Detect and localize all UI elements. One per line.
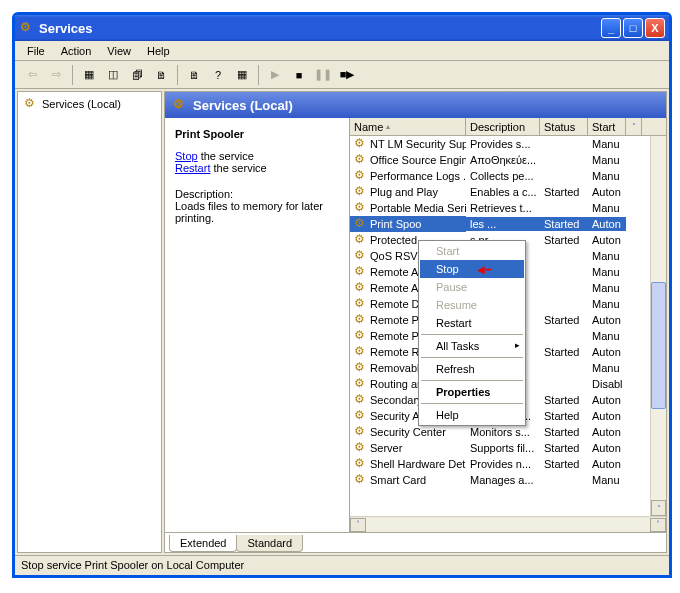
service-startup-cell: Manu	[588, 265, 626, 279]
service-status-cell	[540, 287, 588, 289]
service-row[interactable]: Shell Hardware Det...Provides n...Starte…	[350, 456, 650, 472]
menu-view[interactable]: View	[99, 43, 139, 59]
vertical-scrollbar[interactable]: ˅	[650, 136, 666, 516]
service-startup-cell: Auton	[588, 409, 626, 423]
service-startup-cell: Manu	[588, 137, 626, 151]
menu-help[interactable]: Help	[139, 43, 178, 59]
titlebar[interactable]: Services _ □ X	[15, 15, 669, 41]
start-service-button[interactable]: ▶	[264, 64, 286, 86]
restart-link[interactable]: Restart	[175, 162, 210, 174]
ctx-refresh[interactable]: Refresh	[420, 360, 524, 378]
service-status-cell: Started	[540, 393, 588, 407]
scroll-up-arrow-icon[interactable]: ˄	[626, 118, 642, 135]
minimize-button[interactable]: _	[601, 18, 621, 38]
service-name-cell: Shell Hardware Det...	[370, 458, 466, 470]
service-desc-cell: Provides n...	[466, 457, 540, 471]
service-name-cell: Server	[370, 442, 402, 454]
maximize-button[interactable]: □	[623, 18, 643, 38]
service-row[interactable]: Print Spooles ...StartedAuton	[350, 216, 650, 232]
service-row[interactable]: Plug and PlayEnables a c...StartedAuton	[350, 184, 650, 200]
description-text: Loads files to memory for later printing…	[175, 200, 339, 224]
restart-line: Restart the service	[175, 162, 339, 174]
service-status-cell	[540, 479, 588, 481]
tab-extended[interactable]: Extended	[169, 535, 237, 552]
service-row[interactable]: Smart CardManages a...Manu	[350, 472, 650, 488]
service-name-cell: Protected	[370, 234, 417, 246]
ctx-properties[interactable]: Properties	[420, 383, 524, 401]
pause-service-button[interactable]: ❚❚	[312, 64, 334, 86]
toolbar: ⇦ ⇨ ▦ ◫ 🗐 🗎 🗎 ? ▦ ▶ ■ ❚❚ ■▶	[15, 61, 669, 89]
toolbar-btn-x[interactable]: ▦	[231, 64, 253, 86]
menu-action[interactable]: Action	[53, 43, 100, 59]
service-desc-cell: ΑποΘηκεύε...	[466, 153, 540, 167]
service-desc-cell: Provides s...	[466, 137, 540, 151]
gear-icon	[354, 201, 368, 215]
restart-service-button[interactable]: ■▶	[336, 64, 358, 86]
horizontal-scrollbar[interactable]: ˂ ˃	[350, 516, 666, 532]
gear-icon	[354, 249, 368, 263]
tab-standard[interactable]: Standard	[236, 535, 303, 552]
service-startup-cell: Auton	[588, 457, 626, 471]
service-row[interactable]: ServerSupports fil...StartedAuton	[350, 440, 650, 456]
toolbar-btn-properties[interactable]: 🗐	[126, 64, 148, 86]
stop-service-button[interactable]: ■	[288, 64, 310, 86]
service-row[interactable]: Portable Media Seri...Retrieves t...Manu	[350, 200, 650, 216]
toolbar-btn-2[interactable]: ◫	[102, 64, 124, 86]
ctx-pause: Pause	[420, 278, 524, 296]
service-status-cell	[540, 159, 588, 161]
service-row[interactable]: NT LM Security Sup...Provides s...Manu	[350, 136, 650, 152]
context-menu: Start Stop◀━ Pause Resume Restart All Ta…	[418, 240, 526, 426]
service-status-cell	[540, 255, 588, 257]
close-button[interactable]: X	[645, 18, 665, 38]
service-desc-cell: les ...	[466, 217, 540, 231]
window-title: Services	[39, 21, 601, 36]
tree-label: Services (Local)	[42, 98, 121, 110]
service-row[interactable]: Security CenterMonitors s...StartedAuton	[350, 424, 650, 440]
service-status-cell: Started	[540, 233, 588, 247]
ctx-restart[interactable]: Restart	[420, 314, 524, 332]
service-row[interactable]: Office Source EngineΑποΘηκεύε...Manu	[350, 152, 650, 168]
view-tabs: Extended Standard	[165, 532, 666, 552]
service-name-cell: Print Spoo	[370, 218, 421, 230]
gear-icon	[354, 297, 368, 311]
col-name[interactable]: Name ▴	[350, 118, 466, 135]
gear-icon	[354, 185, 368, 199]
gear-icon	[354, 377, 368, 391]
service-name-cell: Performance Logs ...	[370, 170, 466, 182]
content-pane: Services (Local) Print Spooler Stop the …	[164, 91, 667, 553]
col-startup[interactable]: Start	[588, 118, 626, 135]
gear-icon	[354, 441, 368, 455]
back-button[interactable]: ⇦	[21, 64, 43, 86]
stop-link[interactable]: Stop	[175, 150, 198, 162]
service-name-cell: Plug and Play	[370, 186, 438, 198]
detail-pane: Print Spooler Stop the service Restart t…	[165, 118, 350, 532]
ctx-all-tasks[interactable]: All Tasks	[420, 337, 524, 355]
menu-file[interactable]: File	[19, 43, 53, 59]
service-status-cell: Started	[540, 185, 588, 199]
column-headers: Name ▴ Description Status Start ˄	[350, 118, 666, 136]
service-startup-cell: Manu	[588, 297, 626, 311]
ctx-help[interactable]: Help	[420, 406, 524, 424]
service-startup-cell: Manu	[588, 169, 626, 183]
toolbar-btn-help[interactable]: ?	[207, 64, 229, 86]
scrollbar-thumb[interactable]	[651, 282, 666, 409]
scroll-down-icon[interactable]: ˅	[651, 500, 666, 516]
service-row[interactable]: Performance Logs ...Collects pe...Manu	[350, 168, 650, 184]
toolbar-btn-1[interactable]: ▦	[78, 64, 100, 86]
toolbar-btn-export[interactable]: 🗎	[183, 64, 205, 86]
service-name-cell: Remote Pr	[370, 314, 423, 326]
service-status-cell	[540, 303, 588, 305]
service-startup-cell: Auton	[588, 441, 626, 455]
scroll-right-icon[interactable]: ˃	[650, 518, 666, 532]
menubar: File Action View Help	[15, 41, 669, 61]
ctx-stop[interactable]: Stop◀━	[420, 260, 524, 278]
gear-icon	[24, 97, 38, 111]
forward-button[interactable]: ⇨	[45, 64, 67, 86]
col-description[interactable]: Description	[466, 118, 540, 135]
ctx-resume: Resume	[420, 296, 524, 314]
scroll-left-icon[interactable]: ˂	[350, 518, 366, 532]
col-status[interactable]: Status	[540, 118, 588, 135]
tree-services-local[interactable]: Services (Local)	[22, 96, 157, 112]
service-rows: NT LM Security Sup...Provides s...ManuOf…	[350, 136, 650, 516]
toolbar-btn-refresh[interactable]: 🗎	[150, 64, 172, 86]
